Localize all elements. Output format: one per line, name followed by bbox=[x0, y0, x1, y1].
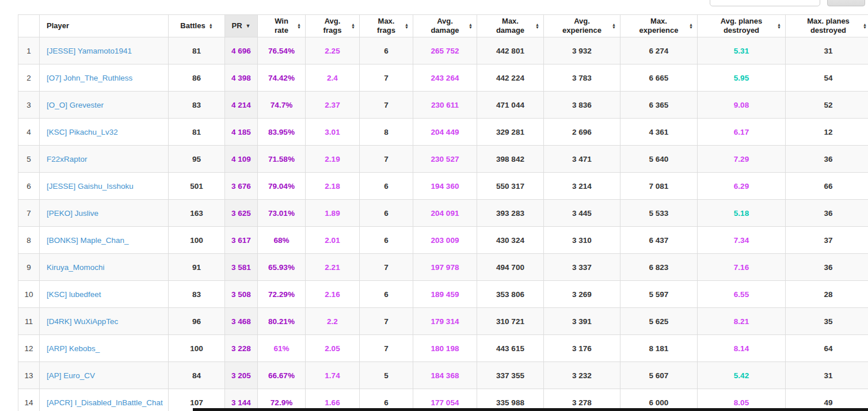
cell-avg_damage: 204 449 bbox=[413, 119, 477, 146]
cell-max_planes: 36 bbox=[786, 200, 868, 227]
cell-max_frags: 6 bbox=[360, 227, 413, 254]
cell-max_experience: 5 597 bbox=[620, 281, 698, 308]
cell-pr: 4 214 bbox=[225, 92, 258, 119]
table-row: 12[ARP] Kebobs_1003 22861%2.057180 19844… bbox=[18, 335, 868, 362]
cell-rank: 11 bbox=[18, 308, 40, 335]
player-link[interactable]: [KSC] lubedfeet bbox=[47, 290, 101, 299]
cell-pr: 4 185 bbox=[225, 119, 258, 146]
col-header-max_damage[interactable]: Max.damage▲▼ bbox=[477, 15, 544, 37]
cell-avg_frags: 2.05 bbox=[306, 335, 360, 362]
cell-max_experience: 8 181 bbox=[620, 335, 698, 362]
table-row: 3[O_O] Grevester834 21474.7%2.377230 611… bbox=[18, 92, 868, 119]
col-header-label: Avg.damage bbox=[413, 17, 477, 35]
cell-max_planes: 52 bbox=[786, 92, 868, 119]
cell-avg_frags: 2.37 bbox=[306, 92, 360, 119]
col-header-max_planes[interactable]: Max. planesdestroyed▲▼ bbox=[786, 15, 868, 37]
cell-max_planes: 36 bbox=[786, 146, 868, 173]
cell-pr: 3 205 bbox=[225, 362, 258, 389]
player-link[interactable]: [O7] John_The_Ruthless bbox=[47, 74, 132, 82]
cell-rank: 7 bbox=[18, 200, 40, 227]
table-row: 6[JESSE] Gaishu_Isshoku5013 67679.04%2.1… bbox=[18, 173, 868, 200]
cell-rank: 1 bbox=[18, 37, 40, 64]
cell-rank: 3 bbox=[18, 92, 40, 119]
cell-player: [APCR] I_Disabled_InBattle_Chat bbox=[40, 389, 169, 411]
cell-avg_damage: 204 091 bbox=[413, 200, 477, 227]
cell-battles: 91 bbox=[169, 254, 225, 281]
cell-avg_frags: 2.01 bbox=[306, 227, 360, 254]
cell-max_damage: 430 324 bbox=[477, 227, 544, 254]
cell-max_damage: 471 044 bbox=[477, 92, 544, 119]
cell-avg_experience: 3 836 bbox=[544, 92, 620, 119]
cell-win_rate: 74.42% bbox=[258, 64, 306, 92]
player-link[interactable]: [BONKS] Maple_Chan_ bbox=[47, 236, 129, 245]
col-header-avg_planes[interactable]: Avg. planesdestroyed▲▼ bbox=[698, 15, 786, 37]
cell-max_frags: 7 bbox=[360, 254, 413, 281]
col-header-win_rate[interactable]: Winrate▲▼ bbox=[258, 15, 306, 37]
cell-max_frags: 6 bbox=[360, 281, 413, 308]
cell-max_experience: 5 607 bbox=[620, 362, 698, 389]
cell-pr: 3 617 bbox=[225, 227, 258, 254]
cell-avg_damage: 189 459 bbox=[413, 281, 477, 308]
col-header-pr[interactable]: PR▼ bbox=[225, 15, 258, 37]
player-link[interactable]: [O_O] Grevester bbox=[47, 101, 104, 109]
cell-max_experience: 6 665 bbox=[620, 64, 698, 92]
cell-max_planes: 12 bbox=[786, 119, 868, 146]
cell-avg_damage: 184 368 bbox=[413, 362, 477, 389]
cell-rank: 5 bbox=[18, 146, 40, 173]
col-header-player[interactable]: Player bbox=[40, 15, 169, 37]
cell-player: [AP] Euro_CV bbox=[40, 362, 169, 389]
cell-avg_damage: 180 198 bbox=[413, 335, 477, 362]
col-header-label: Max. planesdestroyed bbox=[786, 17, 868, 35]
cell-max_planes: 31 bbox=[786, 362, 868, 389]
col-header-max_frags[interactable]: Max.frags▲▼ bbox=[360, 15, 413, 37]
col-header-avg_frags[interactable]: Avg.frags▲▼ bbox=[306, 15, 360, 37]
table-row: 11[D4RK] WuXiAppTec963 46880.21%2.27179 … bbox=[18, 308, 868, 335]
cell-avg_damage: 179 314 bbox=[413, 308, 477, 335]
player-link[interactable]: [APCR] I_Disabled_InBattle_Chat bbox=[47, 398, 163, 407]
cell-max_experience: 5 640 bbox=[620, 146, 698, 173]
sort-both-icon: ▲▼ bbox=[405, 23, 409, 29]
player-link[interactable]: [PEKO] Juslive bbox=[47, 209, 98, 218]
cell-max_frags: 7 bbox=[360, 64, 413, 92]
cell-max_frags: 6 bbox=[360, 173, 413, 200]
col-header-avg_damage[interactable]: Avg.damage▲▼ bbox=[413, 15, 477, 37]
cell-avg_damage: 194 360 bbox=[413, 173, 477, 200]
cell-player: [KSC] lubedfeet bbox=[40, 281, 169, 308]
cell-battles: 100 bbox=[169, 335, 225, 362]
player-link[interactable]: [D4RK] WuXiAppTec bbox=[47, 317, 118, 326]
sort-both-icon: ▲▼ bbox=[535, 23, 539, 29]
cell-max_experience: 7 081 bbox=[620, 173, 698, 200]
table-row: 1[JESSE] Yamamoto1941814 69676.54%2.2562… bbox=[18, 37, 868, 64]
sort-both-icon: ▲▼ bbox=[297, 23, 301, 29]
cell-pr: 3 508 bbox=[225, 281, 258, 308]
cell-max_planes: 36 bbox=[786, 254, 868, 281]
player-link[interactable]: [JESSE] Yamamoto1941 bbox=[47, 47, 132, 55]
cell-avg_planes: 5.95 bbox=[698, 64, 786, 92]
player-link[interactable]: [KSC] Pikachu_Lv32 bbox=[47, 128, 118, 136]
col-header-max_experience[interactable]: Max.experience▲▼ bbox=[620, 15, 698, 37]
player-link[interactable]: Kiruya_Momochi bbox=[47, 263, 105, 272]
cell-avg_planes: 6.55 bbox=[698, 281, 786, 308]
cell-win_rate: 83.95% bbox=[258, 119, 306, 146]
cell-avg_frags: 1.89 bbox=[306, 200, 360, 227]
cell-battles: 100 bbox=[169, 227, 225, 254]
cell-player: [JESSE] Gaishu_Isshoku bbox=[40, 173, 169, 200]
search-input[interactable] bbox=[710, 0, 820, 6]
search-button[interactable] bbox=[827, 0, 865, 6]
col-header-avg_experience[interactable]: Avg.experience▲▼ bbox=[544, 15, 620, 37]
cell-max_damage: 337 355 bbox=[477, 362, 544, 389]
player-link[interactable]: [AP] Euro_CV bbox=[47, 371, 95, 380]
cell-avg_experience: 3 232 bbox=[544, 362, 620, 389]
cell-player: [KSC] Pikachu_Lv32 bbox=[40, 119, 169, 146]
player-link[interactable]: F22xRaptor bbox=[47, 155, 87, 163]
player-link[interactable]: [JESSE] Gaishu_Isshoku bbox=[47, 182, 134, 191]
cell-avg_damage: 230 611 bbox=[413, 92, 477, 119]
cell-rank: 6 bbox=[18, 173, 40, 200]
cell-win_rate: 80.21% bbox=[258, 308, 306, 335]
col-header-battles[interactable]: Battles▲▼ bbox=[169, 15, 225, 37]
cell-player: [D4RK] WuXiAppTec bbox=[40, 308, 169, 335]
cell-avg_planes: 5.31 bbox=[698, 37, 786, 64]
player-link[interactable]: [ARP] Kebobs_ bbox=[47, 344, 100, 353]
cell-max_planes: 66 bbox=[786, 173, 868, 200]
cell-avg_planes: 8.21 bbox=[698, 308, 786, 335]
